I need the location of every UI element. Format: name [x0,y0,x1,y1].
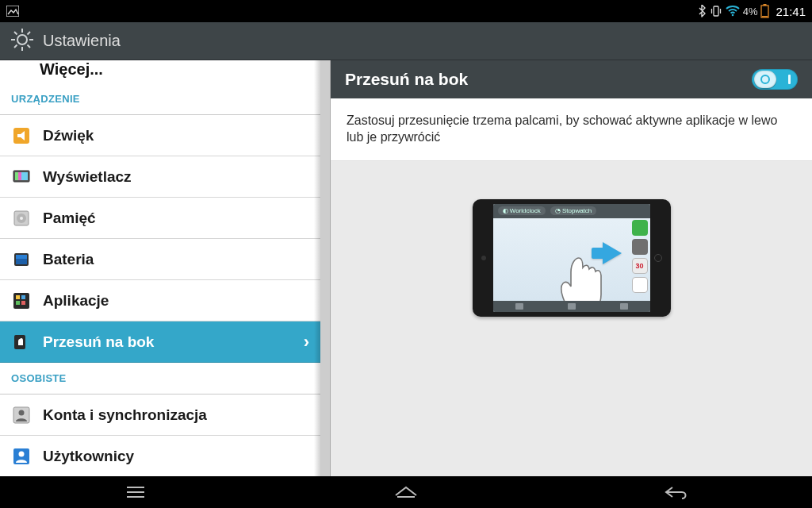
navigation-bar [0,476,812,508]
settings-gear-icon [10,27,35,56]
users-icon [11,446,32,467]
sidebar-item-apps[interactable]: Aplikacje [0,280,320,321]
status-bar: 4% 21:41 [0,0,812,22]
svg-rect-21 [15,172,18,180]
svg-rect-30 [21,295,25,299]
image-icon [6,6,19,17]
vibrate-icon [710,5,722,17]
illustration-area: ◐ Worldclock◔ Stopwatch 30 [331,161,812,476]
svg-line-16 [28,32,31,35]
sidebar-item-storage[interactable]: Pamięć [0,198,320,239]
detail-pane: Przesuń na bok Zastosuj przesunięcie trz… [330,60,812,476]
svg-rect-31 [16,301,20,305]
svg-line-15 [14,44,17,48]
svg-point-4 [731,14,733,17]
sidebar-item-label: Bateria [43,251,94,268]
sidebar-item-label: Pamięć [43,210,96,227]
svg-point-24 [20,217,23,220]
sidebar-item-label: Wyświetlacz [43,168,132,186]
section-header-personal: OSOBISTE [0,363,320,394]
sidebar-item-label: Przesuń na bok [43,333,154,351]
svg-line-13 [14,32,17,35]
svg-rect-29 [16,295,20,299]
svg-rect-6 [764,4,767,6]
bluetooth-icon [697,5,707,17]
sidebar-item-label: Użytkownicy [43,448,134,465]
chevron-right-icon: › [304,332,309,352]
sidebar-item-more[interactable]: Więcej... [0,60,320,83]
sidebar-item-slide-aside[interactable]: Przesuń na bok › [0,321,320,363]
clock: 21:41 [776,5,806,18]
sidebar-item-accounts-sync[interactable]: Konta i synchronizacja [0,394,320,436]
svg-rect-32 [21,301,25,305]
svg-rect-7 [762,16,768,17]
sidebar-item-label: Dźwięk [43,127,94,144]
sidebar-item-sound[interactable]: Dźwięk [0,115,320,156]
detail-title: Przesuń na bok [345,70,468,89]
detail-description: Zastosuj przesunięcie trzema palcami, by… [331,98,812,161]
nav-recent-button[interactable] [92,476,179,508]
battery-icon [760,4,769,18]
svg-rect-5 [761,6,768,17]
main-area: Więcej... URZĄDZENIE Dźwięk Wyświetlacz … [0,60,812,476]
nav-home-button[interactable] [362,476,450,508]
accounts-icon [11,405,32,425]
battery-icon [11,249,32,270]
sidebar-item-battery[interactable]: Bateria [0,239,320,280]
nav-back-button[interactable] [633,476,720,508]
svg-line-14 [28,44,31,48]
sidebar-item-display[interactable]: Wyświetlacz [0,156,320,198]
app-title: Ustawienia [43,32,121,50]
svg-rect-1 [714,6,718,16]
wifi-icon [726,6,740,17]
sidebar-item-label: Aplikacje [43,292,109,310]
app-header: Ustawienia [0,22,812,60]
sound-icon [11,125,32,146]
settings-list[interactable]: Więcej... URZĄDZENIE Dźwięk Wyświetlacz … [0,60,320,476]
battery-percent: 4% [743,6,758,17]
svg-rect-27 [16,255,27,259]
tablet-illustration: ◐ Worldclock◔ Stopwatch 30 [473,199,671,317]
svg-point-37 [19,451,25,456]
display-icon [11,167,32,187]
apps-icon [11,291,32,311]
section-header-device: URZĄDZENIE [0,83,320,115]
detail-header: Przesuń na bok [331,60,812,98]
slide-aside-toggle[interactable] [752,69,798,90]
svg-point-8 [17,35,27,44]
svg-point-35 [19,410,25,415]
storage-icon [11,208,32,229]
slide-aside-icon [11,332,32,352]
sidebar-item-users[interactable]: Użytkownicy [0,436,320,476]
sidebar-item-label: Konta i synchronizacja [43,406,207,424]
